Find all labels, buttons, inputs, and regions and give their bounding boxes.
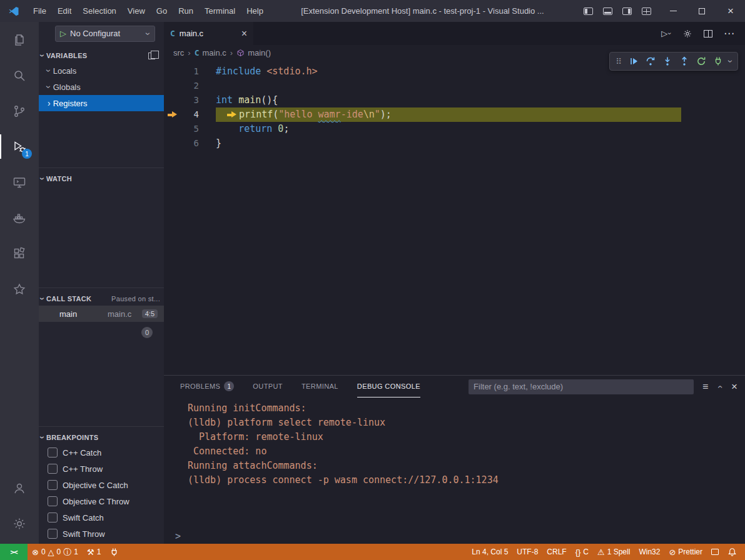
menu-go[interactable]: Go (151, 0, 173, 22)
minimize-button[interactable] (659, 0, 687, 22)
callstack-frame[interactable]: mainmain.c4:5 (39, 306, 164, 322)
breadcrumb-symbol[interactable]: main() (236, 48, 271, 58)
split-editor-icon[interactable] (704, 30, 712, 38)
window-title: [Extension Development Host] main.c - te… (269, 6, 576, 16)
code-line-3[interactable]: 3int main(){ (164, 93, 745, 108)
panel-tab-output[interactable]: OUTPUT (253, 376, 283, 398)
menu-edit[interactable]: Edit (52, 0, 77, 22)
activity-search[interactable] (0, 58, 39, 93)
activity-explorer[interactable] (0, 22, 39, 58)
activity-bar: 1 (0, 22, 39, 544)
code-editor[interactable]: 1#include <stdio.h>23int main(){4 printf… (164, 61, 745, 375)
toggle-panel-icon[interactable] (603, 8, 612, 15)
debug-session-chevron-icon[interactable]: › (726, 52, 735, 70)
variables-item-registers[interactable]: ›Registers (39, 95, 164, 111)
menu-file[interactable]: File (28, 0, 52, 22)
run-or-debug-button[interactable]: ▷ › (661, 29, 671, 38)
maximize-button[interactable] (687, 0, 716, 22)
menu-help[interactable]: Help (241, 0, 269, 22)
problems-status[interactable]: ⊗ 0 △ 0 ⓘ 1 (28, 544, 83, 560)
debug-attach-status[interactable] (105, 544, 123, 560)
variables-header[interactable]: › VARIABLES (39, 49, 164, 62)
breadcrumb-src[interactable]: src (173, 48, 184, 58)
breakpoint-item[interactable]: Objective C Throw (39, 493, 164, 509)
activity-favorites[interactable] (0, 271, 39, 307)
spell-checker-status[interactable]: ⚠ 1 Spell (593, 544, 634, 560)
settings-button[interactable] (0, 506, 39, 541)
debug-console-output: Running initCommands:(lldb) platform sel… (164, 398, 745, 529)
close-panel-icon[interactable]: × (731, 381, 737, 392)
encoding-indicator[interactable]: UTF-8 (512, 544, 542, 560)
code-line-6[interactable]: 6} (164, 136, 745, 151)
activity-run-debug[interactable]: 1 (0, 129, 39, 164)
toolchain-status[interactable]: ⚒ 1 (83, 544, 105, 560)
step-into-button[interactable] (659, 52, 676, 70)
checkbox-icon[interactable] (48, 480, 58, 490)
disconnect-button[interactable] (709, 52, 726, 70)
maximize-panel-icon[interactable]: › (716, 385, 724, 388)
toggle-sidebar-icon[interactable] (584, 8, 593, 15)
close-button[interactable]: × (716, 0, 745, 22)
account-button[interactable] (0, 470, 39, 506)
breadcrumb-file[interactable]: C main.c (195, 48, 226, 58)
checkbox-icon[interactable] (48, 529, 58, 539)
code-line-2[interactable]: 2 (164, 79, 745, 93)
checkbox-icon[interactable] (48, 448, 58, 458)
panel-tab-problems[interactable]: PROBLEMS1 (180, 376, 234, 398)
breakpoint-item[interactable]: C++ Catch (39, 444, 164, 461)
tab-main-c[interactable]: C main.c × (164, 22, 253, 45)
step-over-button[interactable] (642, 52, 659, 70)
step-out-button[interactable] (676, 52, 692, 70)
code-line-4[interactable]: 4 printf("hello wamr-ide\n"); (164, 108, 745, 122)
language-indicator[interactable]: {} C (571, 544, 593, 560)
menu-terminal[interactable]: Terminal (199, 0, 241, 22)
notifications-button[interactable] (723, 544, 741, 560)
code-line-5[interactable]: 5 return 0; (164, 122, 745, 136)
menu-selection[interactable]: Selection (77, 0, 121, 22)
debug-console-input[interactable]: > (164, 529, 745, 544)
drag-grip-icon[interactable]: ⠿ (612, 52, 625, 70)
remote-indicator[interactable]: >< (0, 544, 28, 560)
breakpoints-header[interactable]: › BREAKPOINTS (39, 431, 164, 444)
panel-tab-debug-console[interactable]: DEBUG CONSOLE (357, 376, 420, 398)
call-stack-badge: 0 (141, 327, 153, 338)
more-actions-icon[interactable]: ⋯ (724, 27, 735, 40)
variables-item-locals[interactable]: ›Locals (39, 62, 164, 79)
formatter-status[interactable]: ⊘ Prettier (664, 544, 707, 560)
debug-config-dropdown[interactable]: ▷ No Configurat › (55, 26, 155, 42)
chevron-down-icon: › (44, 86, 53, 89)
menu-view[interactable]: View (122, 0, 151, 22)
continue-button[interactable] (625, 52, 642, 70)
restart-button[interactable] (692, 52, 709, 70)
start-debug-icon[interactable]: ▷ (60, 29, 66, 38)
activity-extensions[interactable] (0, 236, 39, 271)
menu-run[interactable]: Run (173, 0, 199, 22)
filter-input[interactable] (469, 379, 694, 394)
checkbox-icon[interactable] (48, 464, 58, 474)
panel-tab-terminal[interactable]: TERMINAL (302, 376, 338, 398)
output-options-icon[interactable]: ≡ (702, 381, 708, 392)
activity-remote-explorer[interactable] (0, 164, 39, 200)
watch-header[interactable]: › WATCH (39, 172, 164, 186)
breakpoint-item[interactable]: Swift Throw (39, 526, 164, 542)
copy-icon[interactable] (148, 52, 155, 59)
eol-indicator[interactable]: CRLF (542, 544, 570, 560)
checkbox-icon[interactable] (48, 512, 58, 522)
toggle-secondary-sidebar-icon[interactable] (622, 8, 632, 15)
os-indicator[interactable]: Win32 (634, 544, 664, 560)
breakpoint-item[interactable]: Swift Catch (39, 509, 164, 526)
activity-docker[interactable] (0, 200, 39, 236)
debug-config-gear-icon[interactable] (682, 29, 692, 39)
call-stack-header[interactable]: › CALL STACK Paused on st... (39, 292, 164, 306)
breakpoint-label: C++ Throw (63, 464, 103, 474)
customize-layout-icon[interactable] (642, 8, 651, 15)
layout-status[interactable] (707, 544, 723, 560)
breakpoint-item[interactable]: C++ Throw (39, 461, 164, 477)
editor-actions: ▷ › ⋯ (661, 22, 745, 45)
breakpoint-item[interactable]: Objective C Catch (39, 477, 164, 493)
checkbox-icon[interactable] (48, 496, 58, 506)
cursor-position[interactable]: Ln 4, Col 5 (467, 544, 512, 560)
activity-source-control[interactable] (0, 93, 39, 129)
tab-close-icon[interactable]: × (241, 29, 247, 39)
variables-item-globals[interactable]: ›Globals (39, 79, 164, 95)
